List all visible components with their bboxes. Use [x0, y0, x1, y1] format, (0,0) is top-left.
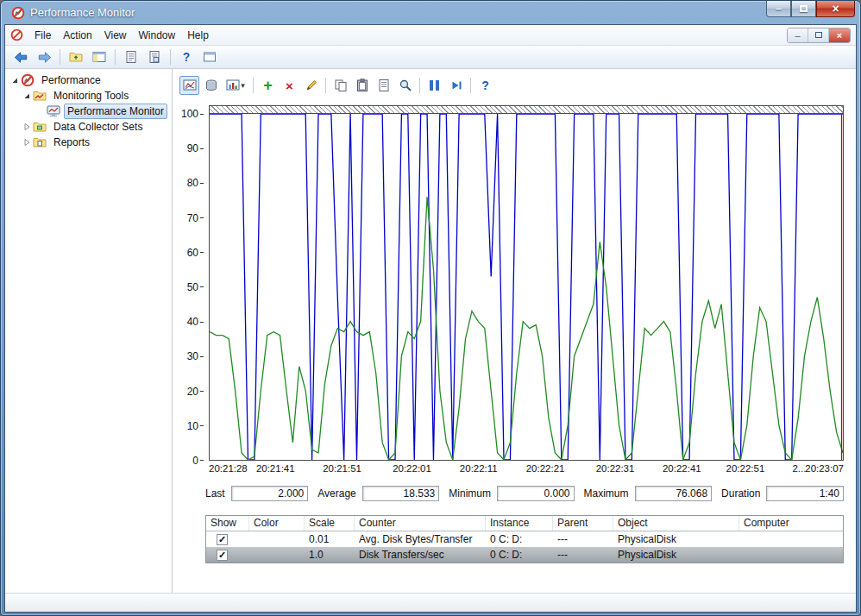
x-axis-label: 20:22:51 [726, 463, 765, 474]
tree-item-label: Monitoring Tools [50, 88, 132, 104]
column-show[interactable]: Show [206, 516, 249, 531]
performance-monitor-window: Performance Monitor – × File Action View… [0, 0, 861, 616]
expander-collapsed-icon[interactable] [21, 121, 33, 133]
mdi-restore-button[interactable] [808, 28, 829, 42]
mdi-close-button[interactable]: × [829, 28, 850, 42]
add-counter-button[interactable]: + [258, 76, 278, 95]
tree-item-label: Performance Monitor [64, 104, 167, 119]
minimize-icon: – [776, 3, 782, 15]
column-color[interactable]: Color [249, 516, 305, 531]
copy-properties-button[interactable] [330, 76, 350, 95]
performance-monitor-pane: ▾ + × [173, 69, 856, 593]
mdi-minimize-button[interactable]: – [788, 28, 808, 42]
column-object[interactable]: Object [613, 516, 739, 531]
monitor-icon [47, 104, 61, 118]
menu-file[interactable]: File [28, 27, 57, 44]
paste-icon [355, 79, 369, 92]
legend-parent: --- [553, 533, 613, 545]
export-list-icon [124, 50, 138, 64]
y-axis-label: 10 [179, 420, 204, 432]
properties-button[interactable] [144, 47, 165, 66]
tree-item-performance-monitor[interactable]: Performance Monitor [5, 104, 172, 119]
legend-scale: 1.0 [305, 549, 355, 561]
x-axis-label: 20:22:21 [526, 463, 565, 474]
mdi-window-controls: – × [787, 28, 851, 43]
freeze-display-button[interactable] [424, 76, 444, 95]
legend-row[interactable]: ✓ 0.01 Avg. Disk Bytes/Transfer 0 C: D: … [206, 531, 843, 547]
legend-object: PhysicalDisk [613, 549, 739, 561]
toolbar-separator [325, 78, 326, 93]
copy-icon [334, 79, 348, 92]
expander-expanded-icon[interactable] [21, 90, 33, 102]
up-one-level-icon [69, 50, 83, 64]
view-current-activity-icon [183, 79, 197, 92]
tree-item-monitoring-tools[interactable]: Monitoring Tools [5, 88, 172, 104]
tree-item-reports[interactable]: Reports [5, 135, 172, 150]
x-axis-label: 20:21:41 [256, 463, 295, 474]
column-counter[interactable]: Counter [355, 516, 486, 531]
folder-chart-icon [33, 89, 47, 103]
change-graph-type-icon [226, 79, 240, 92]
x-axis-label: 20:22:01 [393, 463, 431, 474]
menu-action[interactable]: Action [57, 27, 97, 44]
close-button[interactable]: × [816, 1, 855, 17]
menu-help[interactable]: Help [181, 27, 215, 44]
y-axis-label: 50 [179, 281, 204, 293]
tree-item-data-collector-sets[interactable]: Data Collector Sets [5, 119, 172, 135]
show-console-tree-button[interactable] [89, 47, 110, 66]
column-parent[interactable]: Parent [553, 516, 613, 531]
pm-help-button[interactable]: ? [475, 76, 495, 95]
legend-scale: 0.01 [305, 533, 355, 545]
perfmon-app-icon [11, 6, 25, 20]
update-data-button[interactable] [446, 76, 466, 95]
highlight-button[interactable] [301, 76, 321, 95]
check-icon: ✓ [218, 535, 226, 544]
expander-expanded-icon[interactable] [9, 74, 21, 86]
new-window-button[interactable] [199, 47, 220, 66]
view-log-data-button[interactable] [201, 76, 221, 95]
show-checkbox[interactable]: ✓ [217, 534, 228, 545]
chart-plot-area [209, 114, 844, 461]
expander-collapsed-icon[interactable] [21, 136, 33, 148]
back-button[interactable] [10, 47, 31, 66]
minimize-button[interactable]: – [766, 1, 791, 17]
column-computer[interactable]: Computer [739, 516, 843, 531]
legend-instance: 0 C: D: [486, 549, 553, 561]
column-scale[interactable]: Scale [305, 516, 355, 531]
titlebar[interactable]: Performance Monitor – × [4, 1, 857, 24]
menu-view[interactable]: View [98, 27, 133, 44]
mdi-restore-icon [815, 32, 822, 38]
pm-properties-button[interactable] [374, 76, 393, 95]
show-checkbox[interactable]: ✓ [217, 550, 228, 561]
stat-value-average: 18.533 [362, 486, 440, 501]
legend-instance: 0 C: D: [486, 533, 553, 545]
tree-item-performance[interactable]: Performance [5, 72, 172, 88]
show-console-tree-icon [92, 50, 106, 64]
window-controls: – × [766, 1, 855, 24]
menu-window[interactable]: Window [133, 27, 182, 44]
delete-counter-button[interactable]: × [280, 76, 299, 95]
up-one-level-button[interactable] [66, 47, 86, 66]
maximize-icon [800, 5, 808, 12]
new-window-icon [203, 50, 217, 64]
view-current-activity-button[interactable] [179, 76, 199, 95]
back-arrow-icon [13, 49, 29, 66]
stat-label-duration: Duration [716, 487, 762, 500]
column-instance[interactable]: Instance [486, 516, 553, 531]
y-axis-label: 30 [179, 350, 204, 362]
paste-counter-list-button[interactable] [352, 76, 372, 95]
maximize-button[interactable] [791, 1, 816, 17]
help-button[interactable]: ? [176, 47, 197, 66]
toolbar-separator [170, 49, 171, 65]
stat-value-minimum: 0.000 [497, 486, 575, 501]
legend-row[interactable]: ✓ 1.0 Disk Transfers/sec 0 C: D: --- Phy… [206, 547, 843, 563]
zoom-button[interactable] [395, 76, 415, 95]
forward-button[interactable] [34, 47, 54, 66]
toolbar-separator [419, 78, 420, 93]
change-graph-type-button[interactable]: ▾ [223, 76, 248, 95]
delete-icon: × [286, 79, 293, 92]
export-list-button[interactable] [121, 47, 141, 66]
chart-plot [210, 114, 843, 460]
legend-parent: --- [553, 549, 613, 561]
tree-item-label: Performance [38, 72, 104, 88]
